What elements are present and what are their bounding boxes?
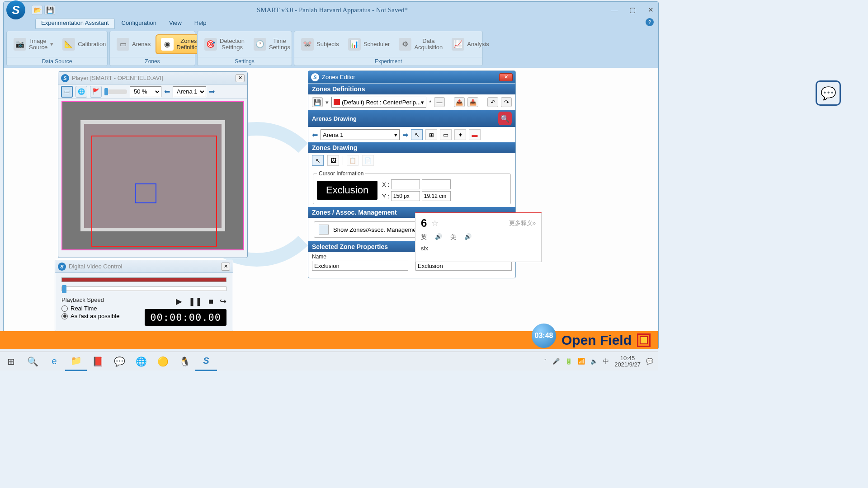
pointer-tool-icon[interactable]: ↖ <box>312 155 324 166</box>
close-button[interactable]: ✕ <box>646 5 656 15</box>
ie-icon[interactable]: e <box>43 352 65 371</box>
y-px-field[interactable] <box>391 191 420 201</box>
play-icon[interactable]: ▶ <box>176 296 182 306</box>
subjects-button[interactable]: 🐭Subjects <box>297 35 343 54</box>
start-button[interactable]: ⊞ <box>0 352 22 371</box>
skip-icon[interactable]: ↪ <box>220 296 226 306</box>
arena-drawing-select[interactable]: Arena 1▾ <box>321 129 400 140</box>
next-icon[interactable]: ➡ <box>402 131 408 139</box>
status-bar: 03:48 Open Field <box>0 331 658 349</box>
wifi-icon[interactable]: 📶 <box>578 358 585 365</box>
rect-tool-icon[interactable]: ▭ <box>61 86 73 98</box>
undo-icon[interactable]: ↶ <box>487 97 498 107</box>
zoom-select[interactable]: 50 % <box>130 86 161 97</box>
edge-icon[interactable]: 🌐 <box>130 352 152 371</box>
calibration-button[interactable]: 📐Calibration <box>58 35 110 54</box>
ribbon-group-datasource: 📷Image Source▾ 📐Calibration Data Source <box>6 31 108 66</box>
x-px-field[interactable] <box>391 179 420 189</box>
pointer-tool-icon[interactable]: ↖ <box>411 129 423 140</box>
progress-track[interactable] <box>61 277 226 282</box>
speaker-icon[interactable]: 🔊 <box>435 233 442 241</box>
timer-badge: 03:48 <box>532 324 556 348</box>
radio-fast[interactable]: As fast as possible <box>61 313 145 319</box>
video-viewport[interactable] <box>61 101 244 250</box>
slider[interactable] <box>104 89 127 94</box>
redo-icon[interactable]: ↷ <box>501 97 512 107</box>
definition-select[interactable]: (Default) Rect : Center/Perip...▾ <box>331 97 426 108</box>
globe-icon[interactable]: 🌐 <box>75 86 87 98</box>
radio-realtime[interactable]: Real Time <box>61 305 145 312</box>
scheduler-button[interactable]: 📊Scheduler <box>344 35 394 54</box>
polygon-tool-icon[interactable]: ✦ <box>454 129 466 140</box>
wechat-icon[interactable]: 💬 <box>108 352 130 371</box>
clock[interactable]: 10:452021/9/27 <box>614 355 641 368</box>
prev-icon[interactable]: ⬅ <box>312 131 318 139</box>
time-settings-button[interactable]: 🕐Time Settings <box>250 35 294 54</box>
tab-configuration[interactable]: Configuration <box>116 18 162 29</box>
save-icon[interactable]: 💾 <box>312 97 323 107</box>
maximize-button[interactable]: ▢ <box>627 5 637 15</box>
volume-icon[interactable]: 🔈 <box>590 358 598 365</box>
clock-icon: 🕐 <box>254 38 266 51</box>
type-field[interactable] <box>415 261 512 271</box>
search-icon[interactable]: 🔍 <box>498 112 512 125</box>
mic-icon[interactable]: 🎤 <box>552 358 560 365</box>
data-acquisition-button[interactable]: ⚙Data Acquisition <box>395 35 447 54</box>
chat-bubble-icon[interactable]: 💬 <box>816 80 841 106</box>
detection-icon: 🎯 <box>204 38 217 51</box>
time-counter: 00:00:00.00 <box>145 309 226 326</box>
detection-settings-button[interactable]: 🎯Detection Settings <box>200 35 249 54</box>
image-tool-icon[interactable]: 🖼 <box>327 155 339 166</box>
y-cm-field[interactable] <box>422 191 451 201</box>
search-icon[interactable]: 🔍 <box>22 352 43 371</box>
close-icon[interactable]: ✕ <box>236 74 245 82</box>
help-icon[interactable]: ? <box>646 18 654 26</box>
import-icon[interactable]: 📥 <box>467 97 478 107</box>
pause-icon[interactable]: ❚❚ <box>189 296 202 306</box>
open-file-icon[interactable]: 📂 <box>32 5 42 15</box>
save-icon[interactable]: 💾 <box>44 5 55 15</box>
chevron-up-icon[interactable]: ˄ <box>544 358 547 365</box>
next-arena-icon[interactable]: ➡ <box>209 87 215 96</box>
chrome-icon[interactable]: 🟡 <box>152 352 174 371</box>
stop-icon[interactable]: ■ <box>208 297 213 306</box>
arena-select[interactable]: Arena 1 <box>173 86 206 97</box>
prev-arena-icon[interactable]: ⬅ <box>164 87 170 96</box>
copy-icon: 📋 <box>347 155 359 166</box>
analysis-button[interactable]: 📈Analysis <box>448 35 493 54</box>
battery-icon[interactable]: 🔋 <box>565 358 572 365</box>
close-icon[interactable]: ✕ <box>221 263 230 271</box>
minimize-button[interactable]: — <box>609 5 619 15</box>
speaker-icon[interactable]: 🔊 <box>464 233 472 241</box>
tab-experimentation-assistant[interactable]: Experimentation Assistant <box>35 18 115 29</box>
name-field[interactable] <box>312 261 408 271</box>
close-icon[interactable]: ✕ <box>499 73 513 81</box>
smart-app-icon[interactable]: S <box>195 352 217 371</box>
x-cm-field[interactable] <box>422 179 451 189</box>
workspace: S Player [SMART - OPENFIELD.AVI] ✕ ▭ 🌐 🚩… <box>4 68 658 349</box>
scheduler-icon: 📊 <box>348 38 361 51</box>
explorer-icon[interactable]: 📁 <box>65 352 87 371</box>
notifications-icon[interactable]: 💬 <box>646 358 653 365</box>
image-source-button[interactable]: 📷Image Source▾ <box>9 35 57 54</box>
ribbon-group-settings: 🎯Detection Settings 🕐Time Settings Setti… <box>197 31 292 66</box>
arenas-button[interactable]: ▭Arenas <box>113 35 155 54</box>
grid-tool-icon[interactable]: ⊞ <box>425 129 437 140</box>
player-panel: S Player [SMART - OPENFIELD.AVI] ✕ ▭ 🌐 🚩… <box>58 71 248 258</box>
more-link[interactable]: 更多释义» <box>509 219 536 227</box>
star-icon[interactable]: ☆ <box>431 218 439 228</box>
tab-help[interactable]: Help <box>189 18 212 29</box>
export-icon[interactable]: 📤 <box>454 97 465 107</box>
rect-tool-icon[interactable]: ▭ <box>440 129 452 140</box>
dvc-title: Digital Video Control <box>69 263 218 270</box>
pdf-icon[interactable]: 📕 <box>87 352 108 371</box>
delete-tool-icon[interactable]: ▬ <box>469 129 481 140</box>
ime-indicator[interactable]: 中 <box>603 357 609 366</box>
scrub-track[interactable] <box>61 286 226 291</box>
tab-view[interactable]: View <box>163 18 188 29</box>
app-window: S 📂 💾 SMART v3.0 - Panlab Harvard Appara… <box>3 1 659 349</box>
qq-icon[interactable]: 🐧 <box>174 352 195 371</box>
window-title: SMART v3.0 - Panlab Harvard Apparatus - … <box>55 6 609 14</box>
minus-icon[interactable]: — <box>434 97 445 107</box>
flag-icon[interactable]: 🚩 <box>90 86 102 98</box>
